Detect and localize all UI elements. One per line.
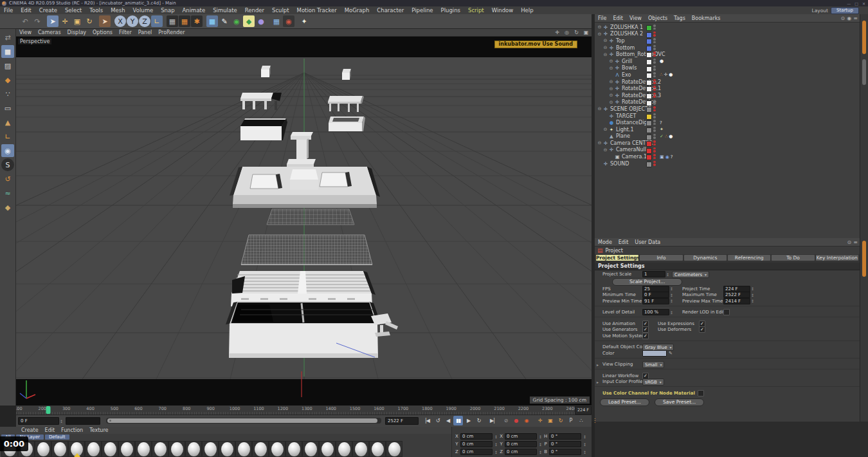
workplane-mode-button[interactable]: ◆ bbox=[1, 73, 14, 86]
material-thumbnail[interactable] bbox=[185, 441, 202, 457]
spinner-icon[interactable]: ↕ bbox=[539, 442, 542, 447]
expand-icon[interactable]: ⊖ bbox=[602, 52, 608, 57]
prev-frame-button[interactable]: ◀ bbox=[443, 416, 453, 425]
value-field[interactable]: 2414 F bbox=[723, 298, 750, 304]
scene-object-container[interactable] bbox=[226, 302, 381, 358]
material-thumbnail[interactable] bbox=[68, 441, 85, 457]
material-menu-item-function[interactable]: Function bbox=[58, 427, 86, 433]
scale-project-button[interactable]: Scale Project... bbox=[612, 278, 682, 286]
spinner-icon[interactable]: ↕ bbox=[60, 419, 63, 424]
visibility-dots[interactable] bbox=[653, 38, 656, 43]
locked-workplane-button[interactable]: ↺ bbox=[1, 173, 14, 185]
color-swatch[interactable] bbox=[642, 350, 667, 357]
value-field[interactable]: 224 F bbox=[723, 286, 750, 292]
checkbox-use-expressions[interactable]: ✓ bbox=[699, 321, 705, 327]
visibility-dots[interactable] bbox=[653, 134, 656, 139]
sphere-tag-icon[interactable]: ● bbox=[669, 72, 673, 77]
spinner-icon[interactable]: ↕ bbox=[494, 450, 498, 454]
rotate-view-icon[interactable]: ↻ bbox=[572, 30, 581, 36]
make-editable-button[interactable]: ⇄ bbox=[1, 31, 14, 44]
minimize-icon[interactable]: — bbox=[847, 1, 851, 6]
material-thumbnail[interactable] bbox=[35, 441, 51, 457]
expander-icon[interactable]: ▸ bbox=[597, 362, 599, 367]
add-camera-button[interactable]: ◉ bbox=[283, 15, 294, 27]
coordinate-field[interactable]: 0 ° bbox=[549, 441, 581, 447]
attribute-menu-item-mode[interactable]: Mode bbox=[595, 239, 615, 245]
play-backwards-button[interactable]: ↺ bbox=[433, 416, 442, 425]
main-menu-item-render[interactable]: Render bbox=[241, 7, 268, 14]
key-scale-toggle[interactable]: ▣ bbox=[545, 416, 555, 425]
main-menu-item-create[interactable]: Create bbox=[35, 7, 61, 14]
expand-icon[interactable]: ⊖ bbox=[608, 79, 614, 84]
coordinate-system-toggle[interactable]: ∟ bbox=[151, 15, 163, 27]
spinner-icon[interactable]: ↕ bbox=[583, 442, 586, 447]
main-menu-item-volume[interactable]: Volume bbox=[129, 7, 158, 14]
expand-icon[interactable]: ⊖ bbox=[608, 86, 614, 91]
frame-offset-field[interactable] bbox=[66, 417, 100, 425]
object-row-bottom[interactable]: ⊖✛Bottom bbox=[595, 44, 860, 51]
visibility-dots[interactable] bbox=[653, 72, 656, 77]
save-preset-button[interactable]: Save Preset... bbox=[655, 398, 704, 406]
material-thumbnail[interactable] bbox=[219, 441, 235, 457]
material-thumbnail[interactable] bbox=[319, 441, 336, 457]
goto-end-button[interactable]: ▶| bbox=[487, 416, 497, 425]
layer-color-button[interactable]: ≈ bbox=[1, 187, 14, 200]
undo-icon[interactable]: ↶ bbox=[19, 15, 31, 27]
value-field[interactable]: 100 % bbox=[642, 309, 669, 315]
object-row-grill[interactable]: ⊖✛Grill● bbox=[595, 58, 860, 65]
object-manager-menu-item-tags[interactable]: Tags bbox=[671, 15, 689, 21]
orange-tag-icon[interactable]: ∴ bbox=[660, 72, 662, 77]
current-frame-field[interactable]: 224 F bbox=[575, 406, 592, 415]
spinner-icon[interactable]: ↕ bbox=[751, 293, 754, 297]
scene-object-mesh-grid-large[interactable] bbox=[241, 235, 372, 265]
attribute-tab-project-settings[interactable]: Project Settings bbox=[596, 255, 638, 261]
question-tag-icon[interactable]: ? bbox=[660, 120, 662, 126]
main-menu-item-sculpt[interactable]: Sculpt bbox=[268, 7, 293, 14]
add-light-button[interactable]: ✦ bbox=[298, 15, 310, 27]
render-view-button[interactable]: ▦ bbox=[167, 15, 178, 27]
viewport-menu-item-cameras[interactable]: Cameras bbox=[35, 30, 64, 35]
model-mode-button[interactable]: ■ bbox=[1, 45, 14, 58]
object-manager-menu-item-view[interactable]: View bbox=[626, 15, 645, 21]
last-used-tool[interactable]: ➤ bbox=[99, 15, 111, 27]
expand-icon[interactable]: ⊖ bbox=[597, 140, 602, 145]
spinner-icon[interactable]: ↕ bbox=[494, 442, 498, 447]
points-mode-button[interactable]: ∵ bbox=[1, 88, 14, 100]
move-tool[interactable]: ✛ bbox=[59, 15, 71, 27]
set-keyframe-button[interactable]: ● bbox=[511, 416, 521, 425]
add-deformer-button[interactable]: ◆ bbox=[243, 15, 255, 27]
material-thumbnail[interactable] bbox=[152, 441, 168, 457]
visibility-dots[interactable] bbox=[653, 113, 656, 118]
spinner-icon[interactable]: ↕ bbox=[670, 310, 673, 315]
coordinate-field[interactable]: 0 cm bbox=[460, 433, 493, 440]
object-row-target[interactable]: ✛TARGET bbox=[595, 113, 860, 120]
object-row-rotatedevice-1[interactable]: ⊖✛RotateDevice.1 bbox=[595, 85, 860, 92]
key-rotation-toggle[interactable]: ↻ bbox=[556, 416, 565, 425]
object-tags[interactable]: ? bbox=[660, 119, 662, 126]
autokeying-button[interactable]: ◉ bbox=[521, 416, 531, 425]
orange-tag-icon[interactable]: ∴ bbox=[665, 134, 667, 139]
scene-object-base-platform[interactable] bbox=[230, 167, 380, 208]
material-thumbnail[interactable] bbox=[252, 441, 269, 457]
object-manager-scrollbar[interactable] bbox=[862, 21, 866, 54]
main-menu-item-window[interactable]: Window bbox=[488, 7, 518, 14]
visibility-dots[interactable] bbox=[653, 59, 656, 64]
material-thumbnail[interactable] bbox=[369, 441, 386, 457]
add-primitive-cube-button[interactable]: ■ bbox=[206, 15, 218, 27]
panel-menu-icon[interactable]: ≡ bbox=[853, 239, 858, 245]
visibility-dots[interactable] bbox=[653, 32, 656, 37]
add-generator-button[interactable]: ◉ bbox=[231, 15, 242, 27]
attribute-menu-item-edit[interactable]: Edit bbox=[615, 239, 632, 245]
material-thumbnail[interactable] bbox=[135, 441, 152, 457]
render-to-picture-viewer-button[interactable]: ▦ bbox=[179, 15, 190, 27]
material-tab-default[interactable]: Default bbox=[45, 434, 69, 440]
checkbox-use-generators[interactable]: ✓ bbox=[642, 326, 649, 333]
expand-icon[interactable]: ⊖ bbox=[602, 38, 608, 43]
check-tag-icon[interactable]: ✓ bbox=[660, 134, 664, 139]
play-forwards-button[interactable]: ↻ bbox=[474, 416, 484, 425]
scene-object-small-cube-right[interactable] bbox=[342, 69, 351, 80]
lock-z-axis[interactable]: Z bbox=[139, 15, 150, 27]
scale-tool[interactable]: ▣ bbox=[71, 15, 83, 27]
main-menu-item-simulate[interactable]: Simulate bbox=[209, 7, 241, 14]
object-row-bowls[interactable]: ⊖✛Bowls bbox=[595, 65, 860, 72]
